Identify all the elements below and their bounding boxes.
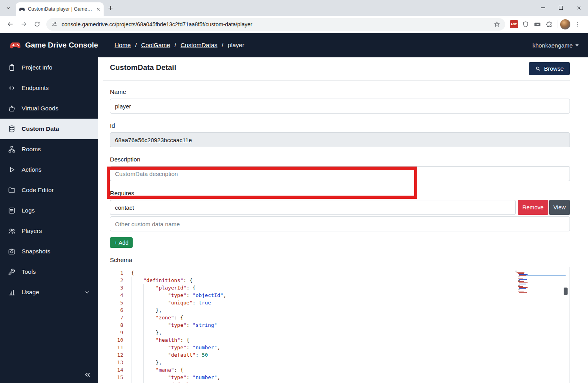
sidebar-item-label: Tools — [22, 268, 36, 275]
requires-item-input[interactable] — [110, 200, 516, 215]
password-manager-extension-icon[interactable] — [532, 19, 543, 30]
user-menu[interactable]: khonkaengame — [532, 42, 579, 49]
app-header: Game Drive Console Home/CoolGame/CustomD… — [0, 33, 588, 57]
chevron-down-icon — [5, 5, 11, 11]
code-line: "definitions": { — [131, 277, 570, 284]
sidebar-item-label: Virtual Goods — [22, 105, 58, 112]
line-number: 16 — [110, 381, 123, 383]
sidebar-item-tools[interactable]: Tools — [0, 262, 98, 282]
site-info-icon[interactable] — [51, 21, 58, 27]
requires-label: Requires — [110, 190, 570, 197]
camera-icon — [8, 247, 16, 255]
description-input[interactable] — [110, 166, 570, 181]
reload-button[interactable] — [31, 18, 43, 31]
minimize-icon — [541, 7, 545, 8]
line-number: 13 — [110, 359, 123, 366]
sidebar-item-custom-data[interactable]: Custom Data — [0, 119, 98, 139]
description-field: Description — [110, 156, 570, 181]
sitemap-icon — [8, 145, 16, 153]
code-line: }, — [131, 359, 570, 366]
tab-strip: CustomData player | GameDrive — [0, 0, 588, 16]
schema-code[interactable]: {"definitions": {"playerId": {"type": "o… — [128, 269, 570, 383]
back-icon — [7, 20, 14, 28]
browse-button-label: Browse — [544, 65, 564, 72]
line-number: 8 — [110, 321, 123, 329]
app-logo — [9, 39, 21, 51]
line-number: 6 — [110, 306, 123, 314]
sidebar-item-endpoints[interactable]: Endpoints — [0, 78, 98, 98]
adblock-extension-icon[interactable]: ABP — [508, 19, 519, 30]
code-line: "default": 50 — [131, 381, 570, 383]
breadcrumb-item-coolgame[interactable]: CoolGame — [141, 42, 170, 49]
profile-avatar[interactable] — [560, 19, 571, 30]
remove-button[interactable]: Remove — [518, 200, 548, 215]
sidebar-item-label: Custom Data — [22, 125, 59, 132]
sidebar-item-label: Code Editor — [22, 187, 54, 194]
window-minimize-button[interactable] — [534, 0, 552, 16]
sidebar-item-logs[interactable]: Logs — [0, 200, 98, 221]
sidebar-item-project-info[interactable]: Project Info — [0, 57, 98, 78]
browser-tab[interactable]: CustomData player | GameDrive — [16, 2, 104, 16]
tab-close-icon[interactable] — [96, 7, 100, 11]
title-divider — [103, 80, 570, 81]
browser-menu-button[interactable] — [572, 18, 584, 31]
address-bar[interactable]: console.gamedrive.cc/projects/68a045fbde… — [46, 18, 505, 31]
tab-favicon-icon — [19, 6, 25, 12]
back-button[interactable] — [4, 18, 16, 31]
code-line: "type": "number", — [131, 374, 570, 381]
code-line: "type": "string" — [131, 321, 570, 329]
window-controls — [534, 0, 588, 16]
tab-title: CustomData player | GameDrive — [28, 6, 93, 12]
breadcrumb-item-home[interactable]: Home — [115, 42, 131, 49]
sidebar-item-code-editor[interactable]: Code Editor — [0, 180, 98, 200]
line-number: 12 — [110, 351, 123, 359]
forward-icon — [20, 20, 27, 28]
sidebar-item-usage[interactable]: Usage — [0, 282, 98, 302]
line-number: 5 — [110, 299, 123, 306]
code-line: "playerId": { — [131, 284, 570, 291]
sidebar-item-players[interactable]: Players — [0, 221, 98, 241]
shield-extension-icon[interactable] — [520, 19, 531, 30]
breadcrumb-separator: / — [222, 42, 223, 49]
new-tab-button[interactable] — [108, 5, 113, 11]
sidebar-collapse-button[interactable] — [83, 370, 92, 379]
id-input — [110, 132, 570, 147]
tab-search-button[interactable] — [3, 3, 13, 13]
user-menu-label: khonkaengame — [532, 42, 573, 49]
sidebar-item-actions[interactable]: Actions — [0, 159, 98, 180]
add-custom-data-input[interactable] — [110, 216, 570, 231]
page-title: CustomData Detail — [110, 62, 176, 72]
maximize-icon — [559, 6, 563, 10]
browser-toolbar: console.gamedrive.cc/projects/68a045fbde… — [0, 16, 588, 33]
sidebar-item-label: Endpoints — [22, 84, 49, 92]
sidebar-item-rooms[interactable]: Rooms — [0, 139, 98, 159]
code-line: "unique": true — [131, 299, 570, 306]
line-number: 2 — [110, 277, 123, 284]
breadcrumb-separator: / — [135, 42, 137, 49]
avatar — [560, 19, 570, 29]
users-icon — [8, 227, 16, 235]
editor-minimap — [515, 271, 531, 293]
view-button[interactable]: View — [549, 200, 570, 215]
sidebar-item-virtual-goods[interactable]: Virtual Goods — [0, 98, 98, 119]
tools-icon — [8, 268, 16, 276]
add-button[interactable]: + Add — [110, 237, 133, 248]
code-icon — [8, 84, 16, 92]
editor-scrollbar[interactable] — [564, 288, 568, 295]
window-close-button[interactable] — [570, 0, 588, 16]
schema-editor[interactable]: 12345678910111213141516171819 {"definiti… — [110, 267, 570, 383]
code-line: "default": 50 — [131, 351, 570, 359]
extensions-puzzle-icon[interactable] — [544, 19, 555, 30]
window-maximize-button[interactable] — [552, 0, 570, 16]
sidebar-nav: Project InfoEndpointsVirtual GoodsCustom… — [0, 57, 98, 302]
requires-field: Requires Remove View + Add — [110, 190, 570, 248]
forward-button[interactable] — [17, 18, 30, 31]
browse-button[interactable]: Browse — [529, 62, 570, 75]
url-text[interactable]: console.gamedrive.cc/projects/68a045fbde… — [62, 21, 489, 27]
breadcrumb-item-customdatas[interactable]: CustomDatas — [181, 42, 217, 49]
code-line: "mana": { — [131, 366, 570, 374]
bookmark-star-icon[interactable] — [493, 21, 500, 28]
sidebar-item-snapshots[interactable]: Snapshots — [0, 241, 98, 262]
folder-icon — [8, 186, 16, 194]
name-input[interactable] — [110, 99, 570, 114]
